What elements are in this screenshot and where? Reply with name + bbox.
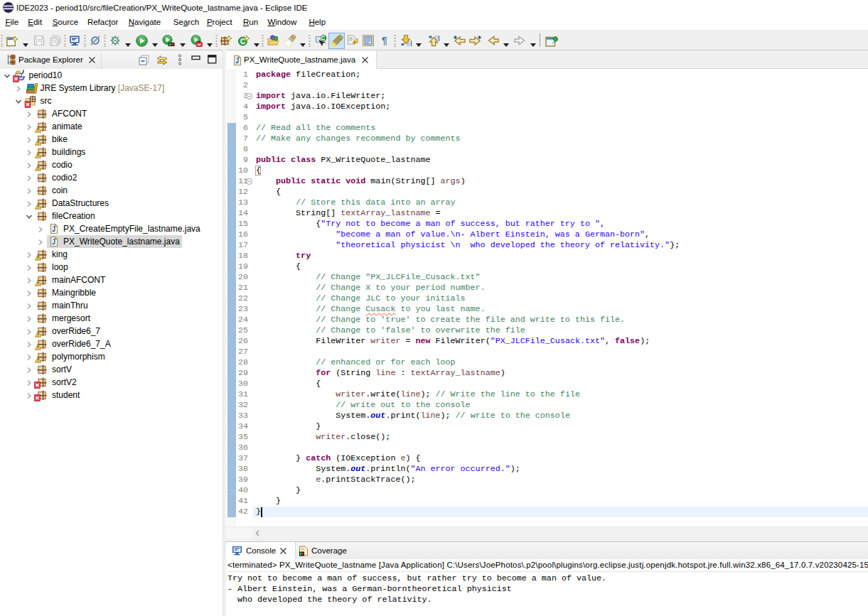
svg-text:¶: ¶ (382, 35, 387, 46)
